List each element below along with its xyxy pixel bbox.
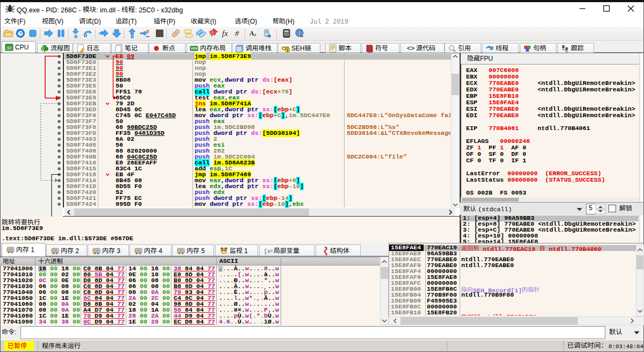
svg-text:[x=]: [x=] <box>264 249 273 255</box>
svg-text:z: z <box>254 32 256 37</box>
svg-text:fx: fx <box>222 29 228 38</box>
svg-text:S: S <box>158 30 161 37</box>
svg-text:A: A <box>249 30 254 37</box>
svg-text:!: ! <box>287 48 289 53</box>
svg-text:#: # <box>235 29 239 38</box>
